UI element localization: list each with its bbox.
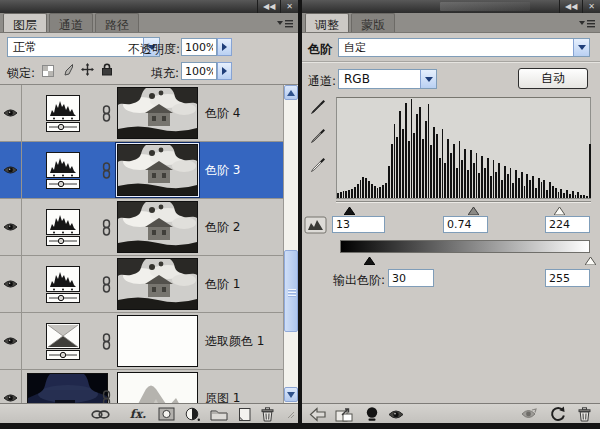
panel-menu-icon[interactable] [579,17,597,29]
collapse-panel-icon[interactable]: ◀◀ [257,0,280,13]
scrollbar-thumb[interactable] [284,250,298,332]
mask-link-icon[interactable] [102,105,111,125]
layer-visibility-eye-icon[interactable] [0,85,22,141]
black-output-slider[interactable] [364,254,375,268]
layer-mask-thumbnail[interactable] [117,201,198,253]
layer-visibility-eye-icon[interactable] [0,313,22,369]
mask-link-icon[interactable] [102,162,111,182]
white-point-eyedropper-icon[interactable] [310,157,326,176]
layer-mask-thumbnail[interactable] [117,258,198,310]
fill-input[interactable] [181,62,217,80]
input-black-field[interactable] [332,216,385,233]
resize-grip-icon[interactable] [280,405,300,423]
levels-adjustment-icon[interactable] [46,266,80,303]
panel-menu-icon[interactable] [277,17,295,29]
layer-row[interactable]: 色阶 1 [0,256,283,313]
layer-name[interactable]: 色阶 2 [205,219,240,236]
output-levels-label: 输出色阶: [333,272,385,289]
lock-paint-icon[interactable] [61,63,74,79]
new-group-icon[interactable] [209,405,229,423]
layer-mask-thumbnail[interactable] [117,372,198,403]
histogram-refresh-icon[interactable] [304,215,328,238]
mask-link-icon[interactable] [102,276,111,296]
layer-name[interactable]: 选取颜色 1 [205,333,264,350]
add-layer-mask-icon[interactable] [156,405,176,423]
black-point-eyedropper-icon[interactable] [310,99,326,118]
tab-masks[interactable]: 蒙版 [351,13,395,32]
layer-name[interactable]: 色阶 3 [205,162,240,179]
output-white-field[interactable] [545,269,590,287]
expanded-view-icon[interactable] [334,405,354,423]
opacity-input[interactable] [181,38,217,56]
clip-to-layer-icon[interactable] [362,405,382,423]
layer-name[interactable]: 色阶 4 [205,105,240,122]
tab-paths[interactable]: 路径 [95,13,139,32]
adjustments-tabstrip: 调整 蒙版 [302,13,600,33]
blend-mode-value: 正常 [13,39,37,56]
close-panel-icon[interactable]: ✕ [280,0,298,13]
levels-adjustment-icon[interactable] [46,152,80,189]
layer-mask-thumbnail[interactable] [117,87,198,139]
layer-mask-thumbnail[interactable] [117,144,198,196]
new-adjustment-layer-icon[interactable] [183,405,203,423]
layer-visibility-eye-icon[interactable] [0,256,22,312]
scroll-down-icon[interactable] [284,387,298,402]
delete-layer-icon[interactable] [257,405,277,423]
layer-mask-thumbnail[interactable] [117,315,198,367]
channel-select[interactable]: RGB [338,69,437,89]
input-gamma-field[interactable] [443,216,488,233]
mask-link-icon[interactable] [102,390,111,403]
mask-link-icon[interactable] [102,219,111,239]
layers-scrollbar[interactable] [283,85,298,403]
layer-thumbnail[interactable] [27,373,108,403]
layer-name[interactable]: 原图 1 [205,390,240,404]
mask-link-icon[interactable] [102,333,111,353]
delete-adjustment-icon[interactable] [574,405,594,423]
layers-tabstrip: 图层 通道 路径 [0,13,298,33]
view-previous-state-icon[interactable] [518,405,538,423]
layer-row[interactable]: 色阶 3 [0,142,283,199]
layer-style-icon[interactable]: fx. [128,405,148,423]
levels-adjustment-icon[interactable] [46,209,80,246]
auto-button[interactable]: 自动 [518,68,588,89]
opacity-spinner[interactable] [217,38,232,56]
chevron-down-icon[interactable] [573,39,589,56]
input-slider-track [336,201,591,203]
layer-visibility-eye-icon[interactable] [0,370,22,403]
layer-row[interactable]: 色阶 2 [0,199,283,256]
gray-point-eyedropper-icon[interactable] [310,128,326,147]
adjustments-toolbar [302,403,600,423]
layers-panel: ◀◀ ✕ 图层 通道 路径 正常 不透明度: 锁定: 填充: 色阶 4色阶 3色… [0,0,298,423]
layer-row[interactable]: 原图 1 [0,370,283,403]
scroll-up-icon[interactable] [284,85,298,100]
link-layers-icon[interactable] [90,405,110,423]
tab-adjustments[interactable]: 调整 [305,13,349,32]
lock-all-icon[interactable] [101,63,113,79]
lock-transparency-icon[interactable] [42,65,54,77]
reset-icon[interactable] [548,405,568,423]
layers-toolbar: fx. [0,403,298,423]
output-black-field[interactable] [388,269,434,287]
panel-titlebar: ◀◀ ✕ [0,0,298,13]
return-to-adjustment-list-icon[interactable] [308,405,328,423]
layer-row[interactable]: 色阶 4 [0,85,283,142]
white-output-slider[interactable] [585,254,596,268]
layer-visibility-eye-icon[interactable] [0,142,22,198]
input-white-field[interactable] [545,216,590,233]
preset-select[interactable]: 自定 [338,38,590,57]
preset-value: 自定 [344,40,366,55]
collapse-panel-icon[interactable]: ◀◀ [559,0,582,13]
lock-move-icon[interactable] [81,63,94,79]
layer-name[interactable]: 色阶 1 [205,276,240,293]
levels-adjustment-icon[interactable] [46,95,80,132]
chevron-down-icon[interactable] [420,70,436,88]
selective-color-adjustment-icon[interactable] [46,323,80,360]
layer-row[interactable]: 选取颜色 1 [0,313,283,370]
close-panel-icon[interactable]: ✕ [582,0,600,13]
fill-spinner[interactable] [217,62,232,80]
tab-layers[interactable]: 图层 [3,13,47,32]
layer-visibility-eye-icon[interactable] [0,199,22,255]
new-layer-icon[interactable] [234,405,254,423]
tab-channels[interactable]: 通道 [49,13,93,32]
visibility-eye-icon[interactable] [386,405,406,423]
